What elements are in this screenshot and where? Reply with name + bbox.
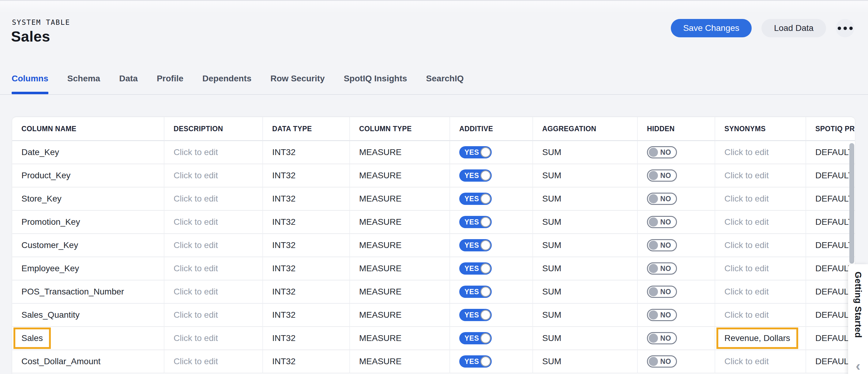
synonyms-edit[interactable]: Click to edit [724, 217, 769, 227]
toggle-knob [480, 240, 491, 250]
additive-toggle[interactable]: YES [459, 169, 492, 182]
hidden-toggle[interactable]: NO [647, 355, 677, 368]
synonyms-value[interactable]: Revenue, Dollars [724, 333, 790, 343]
synonyms-edit[interactable]: Click to edit [724, 194, 769, 204]
tab-columns[interactable]: Columns [12, 68, 49, 94]
synonyms-edit[interactable]: Click to edit [724, 171, 769, 180]
additive-toggle[interactable]: YES [459, 193, 492, 205]
tab-row-security[interactable]: Row Security [270, 68, 324, 94]
additive-toggle[interactable]: YES [459, 239, 492, 251]
cell-synonyms: Click to edit [715, 211, 806, 234]
synonyms-edit[interactable]: Click to edit [724, 310, 769, 320]
cell-column-type: MEASURE [350, 188, 450, 211]
cell-data-type: INT32 [263, 350, 350, 373]
cell-aggregation: SUM [533, 164, 638, 188]
table-row-sales-quantity: Sales_QuantityClick to editINT32MEASUREY… [12, 304, 855, 327]
getting-started-flap[interactable]: Getting Started ‹ [848, 264, 868, 374]
tab-searchiq[interactable]: SearchIQ [426, 68, 464, 94]
hidden-toggle[interactable]: NO [647, 262, 677, 275]
column-name-value: Employee_Key [22, 264, 79, 273]
cell-additive: YES [450, 304, 533, 327]
description-edit[interactable]: Click to edit [174, 333, 218, 343]
additive-toggle[interactable]: YES [459, 309, 492, 321]
synonyms-edit[interactable]: Click to edit [724, 264, 769, 273]
additive-toggle[interactable]: YES [459, 355, 492, 368]
hidden-toggle[interactable]: NO [647, 309, 677, 321]
description-edit[interactable]: Click to edit [174, 171, 218, 180]
toggle-off-label: NO [660, 265, 672, 273]
cell-synonyms: Click to edit [715, 257, 806, 280]
hidden-toggle[interactable]: NO [647, 216, 677, 228]
synonyms-edit[interactable]: Click to edit [724, 240, 769, 250]
column-name-value: Sales [22, 333, 43, 343]
toggle-off-label: NO [660, 195, 672, 203]
synonyms-edit[interactable]: Click to edit [724, 356, 769, 366]
description-edit[interactable]: Click to edit [174, 310, 218, 320]
cell-column-name: Date_Key [12, 141, 164, 164]
toggle-off-label: NO [660, 148, 672, 157]
cell-spotiq-preference: DEFAULT [806, 327, 855, 350]
columns-table: COLUMN NAMEDESCRIPTIONDATA TYPECOLUMN TY… [12, 116, 855, 374]
tab-schema[interactable]: Schema [67, 68, 100, 94]
column-type-value: MEASURE [359, 310, 401, 320]
column-type-value: MEASURE [359, 147, 401, 157]
toggle-knob [480, 170, 491, 181]
cell-data-type: INT32 [263, 257, 350, 280]
description-edit[interactable]: Click to edit [174, 356, 218, 366]
synonyms-edit[interactable]: Click to edit [724, 287, 769, 297]
tab-data[interactable]: Data [119, 68, 138, 94]
description-edit[interactable]: Click to edit [174, 147, 218, 157]
load-data-button[interactable]: Load Data [762, 19, 826, 37]
description-edit[interactable]: Click to edit [174, 217, 218, 227]
header-actions: Save Changes Load Data [671, 19, 854, 37]
cell-aggregation: SUM [533, 188, 638, 211]
additive-toggle[interactable]: YES [459, 332, 492, 344]
cell-column-type: MEASURE [350, 350, 450, 373]
cell-hidden: NO [638, 280, 715, 304]
hidden-toggle[interactable]: NO [647, 169, 677, 182]
description-edit[interactable]: Click to edit [174, 287, 218, 297]
additive-toggle[interactable]: YES [459, 285, 492, 298]
description-edit[interactable]: Click to edit [174, 194, 218, 204]
ellipsis-icon [849, 27, 853, 30]
additive-toggle[interactable]: YES [459, 216, 492, 228]
toggle-knob [480, 194, 491, 204]
chevron-left-icon[interactable]: ‹ [856, 359, 860, 373]
hidden-toggle[interactable]: NO [647, 193, 677, 205]
toggle-on-label: YES [464, 148, 479, 157]
toggle-knob [480, 263, 491, 274]
cell-description: Click to edit [164, 350, 263, 373]
column-name-value: Cost_Dollar_Amount [22, 356, 100, 366]
cell-additive: YES [450, 257, 533, 280]
table-row-employee-key: Employee_KeyClick to editINT32MEASUREYES… [12, 257, 855, 280]
hidden-toggle[interactable]: NO [647, 239, 677, 251]
cell-synonyms: Revenue, Dollars [715, 327, 806, 350]
column-header-additive: ADDITIVE [450, 117, 533, 141]
aggregation-value: SUM [542, 356, 561, 366]
tab-spotiq-insights[interactable]: SpotIQ Insights [344, 68, 407, 94]
save-changes-button[interactable]: Save Changes [671, 19, 752, 37]
cell-aggregation: SUM [533, 280, 638, 304]
additive-toggle[interactable]: YES [459, 146, 492, 159]
description-edit[interactable]: Click to edit [174, 240, 218, 250]
synonyms-edit[interactable]: Click to edit [724, 147, 769, 157]
tab-dependents[interactable]: Dependents [203, 68, 251, 94]
column-name-value: POS_Transaction_Number [22, 287, 124, 297]
table-row-customer-key: Customer_KeyClick to editINT32MEASUREYES… [12, 234, 855, 257]
cell-description: Click to edit [164, 234, 263, 257]
table-row-promotion-key: Promotion_KeyClick to editINT32MEASUREYE… [12, 211, 855, 234]
toggle-off-label: NO [660, 241, 672, 249]
hidden-toggle[interactable]: NO [647, 285, 677, 298]
hidden-toggle[interactable]: NO [647, 146, 677, 159]
cell-hidden: NO [638, 234, 715, 257]
additive-toggle[interactable]: YES [459, 262, 492, 275]
cell-spotiq-preference: DEFAULT [806, 164, 855, 188]
tab-profile[interactable]: Profile [157, 68, 183, 94]
more-options-button[interactable] [836, 19, 854, 37]
cell-synonyms: Click to edit [715, 164, 806, 188]
toggle-on-label: YES [464, 241, 479, 249]
description-edit[interactable]: Click to edit [174, 264, 218, 273]
vertical-scrollbar-thumb[interactable] [849, 143, 854, 264]
hidden-toggle[interactable]: NO [647, 332, 677, 344]
cell-column-name: Cost_Dollar_Amount [12, 350, 164, 373]
